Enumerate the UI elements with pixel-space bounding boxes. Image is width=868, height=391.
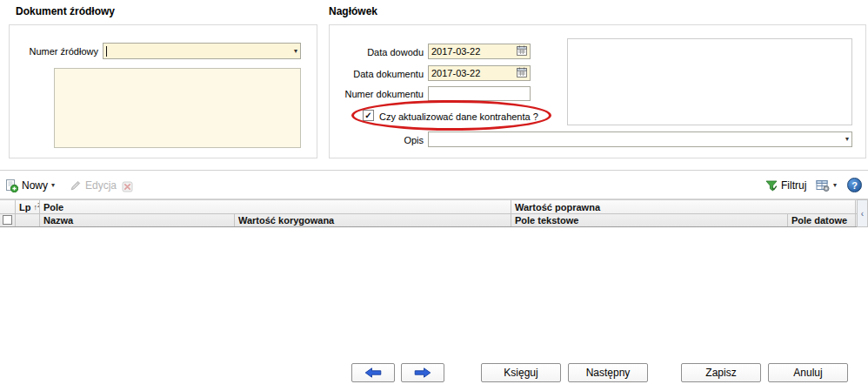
delete-icon	[122, 181, 133, 192]
calendar-icon[interactable]	[515, 67, 527, 79]
chevron-down-icon[interactable]: ▾	[844, 136, 849, 143]
grid-col-nazwa[interactable]: Nazwa	[40, 214, 235, 226]
header-side-panel	[567, 38, 852, 125]
zapisz-button-label: Zapisz	[705, 367, 736, 379]
data-dowodu-label: Data dowodu	[319, 47, 424, 57]
collapse-left-icon: ‹	[861, 209, 864, 219]
data-dokumentu-label: Data dokumentu	[319, 69, 424, 79]
filter-funnel-icon	[765, 180, 778, 192]
anuluj-button-label: Anuluj	[793, 367, 822, 379]
update-contractor-checkbox[interactable]: ✓	[363, 110, 374, 121]
delete-button	[122, 178, 133, 195]
grid-col-pole-tekstowe[interactable]: Pole tekstowe	[511, 214, 788, 226]
numer-dokumentu-input[interactable]	[428, 86, 531, 101]
filter-button-label: Filtruj	[781, 179, 806, 192]
next-record-button[interactable]	[401, 363, 444, 382]
data-dokumentu-field[interactable]: 2017-03-22	[428, 65, 531, 81]
document-correction-window: { "source_group": { "title": "Dokument ź…	[0, 0, 868, 391]
update-contractor-label: Czy aktualizować dane kontrahenta ?	[379, 111, 538, 122]
grid-col-wartosc-poprawna[interactable]: Wartość poprawna	[511, 200, 856, 213]
grid-col-wartosc-korygowana[interactable]: Wartość korygowana	[235, 214, 511, 226]
opis-label: Opis	[319, 135, 424, 145]
new-button-label: Nowy	[22, 179, 48, 192]
wartosc-poprawna-header-label: Wartość poprawna	[515, 202, 600, 212]
numer-zrodlowy-label: Numer źródłowy	[14, 46, 98, 57]
previous-record-button[interactable]	[351, 363, 395, 382]
grid-col-lp-sub	[16, 214, 40, 226]
pole-datowe-header-label: Pole datowe	[791, 215, 847, 226]
column-settings-button[interactable]: ▾	[816, 177, 837, 194]
numer-dokumentu-label: Numer dokumentu	[319, 89, 424, 99]
new-button[interactable]: Nowy ▾	[5, 177, 55, 194]
grid-settings-icon	[816, 179, 830, 192]
grid-col-lp[interactable]: Lp ↑2	[16, 200, 40, 213]
text-caret	[106, 46, 107, 57]
header-group-title: Nagłówek	[329, 5, 377, 17]
lp-header-label: Lp	[19, 202, 30, 212]
numer-zrodlowy-combobox[interactable]: ▾	[103, 43, 301, 59]
help-question-icon: ?	[851, 180, 858, 191]
source-document-notes-box[interactable]	[54, 68, 301, 148]
zapisz-button[interactable]: Zapisz	[681, 363, 761, 382]
pole-tekstowe-header-label: Pole tekstowe	[515, 215, 578, 226]
ksieguj-button-label: Księguj	[504, 367, 537, 379]
pole-header-label: Pole	[43, 202, 63, 212]
nazwa-header-label: Nazwa	[43, 215, 73, 226]
chevron-down-icon[interactable]: ▾	[51, 182, 55, 189]
chevron-down-icon[interactable]: ▾	[292, 48, 297, 55]
select-all-checkbox[interactable]	[3, 215, 12, 225]
data-dowodu-value: 2017-03-22	[431, 46, 480, 57]
grid-col-pole-datowe[interactable]: Pole datowe	[788, 214, 856, 226]
source-group-title: Dokument źródłowy	[16, 5, 115, 17]
side-panel-collapse-handle[interactable]: ‹	[857, 199, 868, 227]
grid-col-pole[interactable]: Pole	[40, 200, 511, 213]
data-dokumentu-value: 2017-03-22	[431, 68, 480, 78]
pencil-icon	[70, 179, 82, 192]
anuluj-button[interactable]: Anuluj	[768, 363, 848, 382]
ksieguj-button[interactable]: Księguj	[481, 363, 561, 382]
opis-combobox[interactable]: ▾	[428, 131, 852, 147]
edit-button-label: Edycja	[85, 179, 117, 192]
top-divider	[0, 170, 868, 171]
nastepny-button-label: Następny	[586, 367, 631, 379]
new-record-icon	[5, 179, 18, 192]
wartosc-korygowana-header-label: Wartość korygowana	[238, 215, 334, 226]
data-dowodu-field[interactable]: 2017-03-22	[428, 44, 531, 59]
arrow-left-icon	[364, 367, 382, 378]
arrow-right-icon	[414, 367, 431, 378]
edit-button: Edycja	[70, 177, 117, 194]
filter-button[interactable]: Filtruj	[765, 177, 806, 194]
sort-ascending-icon: ↑2	[33, 203, 40, 212]
help-button[interactable]: ?	[847, 178, 862, 192]
nastepny-button[interactable]: Następny	[568, 363, 648, 382]
calendar-icon[interactable]	[515, 45, 527, 57]
chevron-down-icon[interactable]: ▾	[833, 182, 837, 189]
checkmark-icon: ✓	[364, 111, 371, 120]
